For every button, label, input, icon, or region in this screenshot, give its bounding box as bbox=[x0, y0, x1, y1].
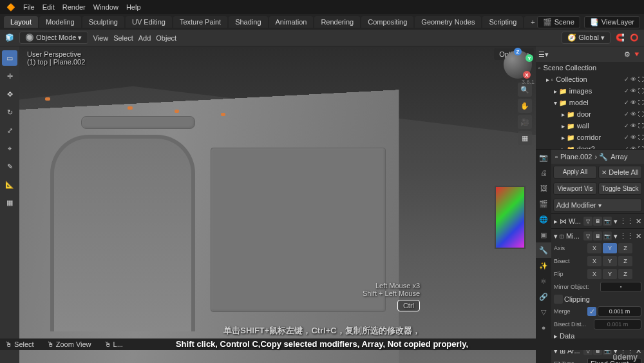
menu-file[interactable]: File bbox=[23, 3, 35, 11]
props-tab-output[interactable]: 🖨 bbox=[536, 165, 551, 181]
tab-sculpting[interactable]: Sculpting bbox=[82, 16, 124, 28]
mod-name[interactable]: W... bbox=[569, 217, 582, 225]
merge-value[interactable]: 0.001 m bbox=[598, 306, 641, 317]
tool-transform[interactable]: ⌖ bbox=[2, 141, 17, 156]
props-tab-data[interactable]: ▽ bbox=[536, 304, 551, 320]
outliner-filter-icon[interactable]: ⚙ 🔻 bbox=[624, 50, 641, 59]
outliner-item[interactable]: ▸ 📁 door✓ 👁 ⛶ bbox=[536, 108, 644, 120]
props-tab-object[interactable]: ▣ bbox=[536, 227, 551, 242]
bisect-z[interactable]: Z bbox=[618, 256, 632, 266]
breadcrumb-object[interactable]: Plane.002 bbox=[560, 153, 592, 161]
flip-y[interactable]: Y bbox=[603, 269, 617, 279]
bisect-label: Bisect bbox=[554, 258, 586, 264]
mod-close-icon[interactable]: ⋮⋮ bbox=[620, 217, 634, 226]
menu-help[interactable]: Help bbox=[126, 3, 141, 11]
blender-logo-icon: 🔶 bbox=[6, 3, 15, 12]
pan-icon[interactable]: ✋ bbox=[518, 99, 532, 113]
props-tab-world[interactable]: 🌐 bbox=[536, 211, 551, 227]
mod-menu-icon[interactable]: ▾ bbox=[614, 217, 618, 226]
outliner-item[interactable]: ▸ 📁 door2✓ 👁 ⛶ bbox=[536, 143, 644, 150]
axis-y[interactable]: Y bbox=[603, 243, 617, 253]
clipping-checkbox[interactable] bbox=[554, 295, 563, 304]
header-menu-object[interactable]: Object bbox=[156, 34, 176, 42]
tool-move[interactable]: ✥ bbox=[2, 86, 17, 102]
header-menu-select[interactable]: Select bbox=[113, 34, 133, 42]
mod-display-icon[interactable]: 🖥 bbox=[593, 217, 602, 226]
props-tab-view[interactable]: 🖼 bbox=[536, 181, 551, 196]
tab-modeling[interactable]: Modeling bbox=[39, 16, 81, 28]
mod-delete-icon[interactable]: ✕ bbox=[636, 217, 641, 226]
tool-annotate[interactable]: ✎ bbox=[2, 159, 17, 174]
orientation-dropdown[interactable]: 🧭 Global ▾ bbox=[562, 32, 611, 44]
bisect-y[interactable]: Y bbox=[603, 256, 617, 266]
header-menu-view[interactable]: View bbox=[93, 34, 109, 42]
mirror-object-field[interactable]: ▫ bbox=[600, 282, 641, 292]
mirror-icon: ⎅ bbox=[560, 232, 564, 240]
outliner-item[interactable]: ▾ 📁 model✓ 👁 ⛶ bbox=[536, 97, 644, 108]
props-tab-scene[interactable]: 🎬 bbox=[536, 196, 551, 211]
menu-render[interactable]: Render bbox=[62, 3, 86, 11]
tab-rendering[interactable]: Rendering bbox=[314, 16, 360, 28]
apply-all-button[interactable]: Apply All bbox=[553, 166, 597, 179]
editor-type-icon[interactable]: 🧊 bbox=[5, 34, 14, 42]
outliner-item[interactable]: ▸ ▫ Collection✓ 👁 ⛶ bbox=[536, 74, 644, 85]
nav-gizmo[interactable]: Y Z X bbox=[504, 50, 532, 79]
mod-render-icon[interactable]: 📷 bbox=[603, 217, 612, 226]
tab-shading[interactable]: Shading bbox=[229, 16, 267, 28]
props-tab-render[interactable]: 📷 bbox=[536, 150, 551, 165]
toggle-stack-button[interactable]: Toggle Stack bbox=[598, 182, 642, 195]
tool-measure[interactable]: 📐 bbox=[2, 177, 17, 192]
props-tab-constraints[interactable]: 🔗 bbox=[536, 289, 551, 304]
reference-image bbox=[495, 186, 526, 249]
props-tab-material[interactable]: ● bbox=[536, 320, 551, 335]
props-tab-physics[interactable]: ⚛ bbox=[536, 273, 551, 289]
outliner-item[interactable]: ▸ 📁 wall✓ 👁 ⛶ bbox=[536, 120, 644, 132]
outliner-item[interactable]: ▸ 📁 corridor✓ 👁 ⛶ bbox=[536, 132, 644, 143]
tool-scale[interactable]: ⤢ bbox=[2, 123, 17, 138]
add-modifier-button[interactable]: Add Modifier ▾ bbox=[553, 199, 642, 211]
tool-addcube[interactable]: ▦ bbox=[2, 195, 17, 210]
delete-all-button[interactable]: ✕ Delete All bbox=[598, 166, 642, 179]
flip-z[interactable]: Z bbox=[618, 269, 632, 279]
snap-icon[interactable]: 🧲 bbox=[616, 34, 625, 42]
outliner-item[interactable]: ▸ 📁 images✓ 👁 ⛶ bbox=[536, 85, 644, 97]
bisect-x[interactable]: X bbox=[587, 256, 601, 266]
scene-field[interactable]: 🎬 Scene bbox=[537, 16, 580, 28]
mod-expand-icon[interactable]: ▸ bbox=[554, 217, 558, 226]
breadcrumb-modifier[interactable]: Array bbox=[611, 153, 627, 161]
proportional-icon[interactable]: ⭕ bbox=[630, 34, 639, 42]
tab-layout[interactable]: Layout bbox=[4, 16, 38, 28]
outliner: ☰▾ ⚙ 🔻 ▫ Scene Collection ▸ ▫ Collection… bbox=[536, 46, 644, 150]
tab-texture[interactable]: Texture Paint bbox=[173, 16, 227, 28]
axis-x[interactable]: X bbox=[587, 243, 601, 253]
props-tab-particles[interactable]: ✨ bbox=[536, 258, 551, 273]
tab-animation[interactable]: Animation bbox=[269, 16, 314, 28]
axis-z[interactable]: Z bbox=[618, 243, 632, 253]
mod-expand-icon[interactable]: ▾ bbox=[554, 232, 558, 240]
tool-cursor[interactable]: ✛ bbox=[2, 68, 17, 84]
props-tab-modifiers[interactable]: 🔧 bbox=[536, 242, 551, 258]
viewport-vis-button[interactable]: Viewport Vis bbox=[553, 182, 597, 195]
tool-select[interactable]: ▭ bbox=[2, 50, 17, 66]
tab-scripting[interactable]: Scripting bbox=[482, 16, 523, 28]
outliner-root[interactable]: ▫ Scene Collection bbox=[536, 62, 644, 74]
menu-window[interactable]: Window bbox=[93, 3, 118, 11]
tab-compositing[interactable]: Compositing bbox=[361, 16, 413, 28]
header-menu-add[interactable]: Add bbox=[138, 34, 151, 42]
tab-uv[interactable]: UV Editing bbox=[126, 16, 172, 28]
persp-icon[interactable]: ▦ bbox=[518, 131, 532, 145]
flip-x[interactable]: X bbox=[587, 269, 601, 279]
camera-icon[interactable]: 🎥 bbox=[518, 115, 532, 129]
tool-rotate[interactable]: ↻ bbox=[2, 104, 17, 120]
viewlayer-field[interactable]: 📑 ViewLayer bbox=[584, 16, 640, 28]
viewport-gizmos: Y Z X 🔍 ✋ 🎥 ▦ bbox=[504, 50, 532, 145]
mod-name[interactable]: Mi... bbox=[566, 232, 582, 240]
viewport-3d[interactable]: User Perspective (1) top | Plane.002 Opt… bbox=[19, 46, 536, 363]
mod-edit-icon[interactable]: ▽ bbox=[583, 217, 592, 226]
tab-geonodes[interactable]: Geometry Nodes bbox=[415, 16, 481, 28]
bisect-dist-value[interactable]: 0.001 m bbox=[594, 319, 641, 329]
merge-checkbox[interactable]: ✓ bbox=[587, 307, 596, 316]
mode-dropdown[interactable]: 🔘 Object Mode ▾ bbox=[19, 32, 88, 44]
outliner-type-icon[interactable]: ☰▾ bbox=[538, 50, 549, 59]
menu-edit[interactable]: Edit bbox=[43, 3, 55, 11]
